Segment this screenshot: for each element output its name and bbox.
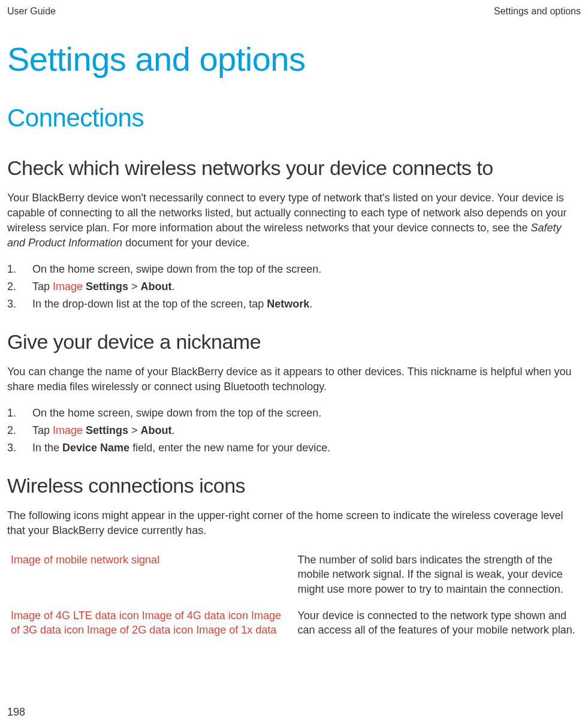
step-bold: Settings bbox=[86, 280, 128, 292]
settings-icon: Image bbox=[53, 280, 83, 292]
para-text-a: Your BlackBerry device won't necessarily… bbox=[7, 192, 567, 234]
page-header: User Guide Settings and options bbox=[7, 6, 581, 17]
step-item: 1. On the home screen, swipe down from t… bbox=[7, 261, 581, 277]
table-row: Image of mobile network signal The numbe… bbox=[7, 549, 581, 605]
step-item: 3. In the drop-down list at the top of t… bbox=[7, 296, 581, 312]
step-end: . bbox=[309, 298, 312, 310]
subsection-nickname-heading: Give your device a nickname bbox=[7, 329, 581, 355]
step-item: 1. On the home screen, swipe down from t… bbox=[7, 405, 581, 421]
step-number: 2. bbox=[7, 423, 32, 439]
check-networks-paragraph: Your BlackBerry device won't necessarily… bbox=[7, 191, 581, 251]
step-bold: Network bbox=[267, 298, 309, 310]
nickname-paragraph: You can change the name of your BlackBer… bbox=[7, 364, 581, 394]
step-number: 3. bbox=[7, 440, 32, 456]
page-number: 198 bbox=[7, 706, 25, 719]
step-pre: In the bbox=[32, 442, 62, 454]
page-title: Settings and options bbox=[7, 40, 581, 79]
step-text: In the drop-down list at the top of the … bbox=[32, 296, 312, 312]
table-cell-desc: Your device is connected to the network … bbox=[294, 605, 581, 646]
check-networks-steps: 1. On the home screen, swipe down from t… bbox=[7, 261, 581, 312]
header-left: User Guide bbox=[7, 6, 56, 17]
step-end: . bbox=[172, 280, 175, 292]
step-end: . bbox=[172, 424, 175, 436]
header-right: Settings and options bbox=[494, 6, 581, 17]
step-mid: > bbox=[128, 424, 141, 436]
section-connections-heading: Connections bbox=[7, 104, 581, 132]
wireless-icons-paragraph: The following icons might appear in the … bbox=[7, 508, 581, 538]
step-item: 3. In the Device Name field, enter the n… bbox=[7, 440, 581, 456]
step-text: In the Device Name field, enter the new … bbox=[32, 440, 330, 456]
step-pre: In the drop-down list at the top of the … bbox=[32, 298, 267, 310]
step-bold: Device Name bbox=[62, 442, 129, 454]
subsection-wireless-icons-heading: Wireless connections icons bbox=[7, 473, 581, 499]
para-text-b: document for your device. bbox=[122, 237, 249, 249]
step-bold: About bbox=[141, 280, 172, 292]
nickname-steps: 1. On the home screen, swipe down from t… bbox=[7, 405, 581, 456]
step-pre: Tap bbox=[32, 424, 53, 436]
step-item: 2. Tap Image Settings > About. bbox=[7, 423, 581, 439]
step-bold: About bbox=[141, 424, 172, 436]
step-number: 1. bbox=[7, 405, 32, 421]
step-text: Tap Image Settings > About. bbox=[32, 423, 175, 439]
step-item: 2. Tap Image Settings > About. bbox=[7, 279, 581, 295]
step-pre: Tap bbox=[32, 280, 53, 292]
step-text: On the home screen, swipe down from the … bbox=[32, 405, 321, 421]
table-row: Image of 4G LTE data icon Image of 4G da… bbox=[7, 605, 581, 646]
step-text: On the home screen, swipe down from the … bbox=[32, 261, 321, 277]
subsection-check-networks-heading: Check which wireless networks your devic… bbox=[7, 155, 581, 181]
table-cell-icon: Image of mobile network signal bbox=[7, 549, 294, 605]
step-number: 2. bbox=[7, 279, 32, 295]
table-cell-icon: Image of 4G LTE data icon Image of 4G da… bbox=[7, 605, 294, 646]
step-number: 1. bbox=[7, 261, 32, 277]
settings-icon: Image bbox=[53, 424, 83, 436]
step-post: field, enter the new name for your devic… bbox=[129, 442, 330, 454]
step-mid: > bbox=[128, 280, 141, 292]
table-cell-desc: The number of solid bars indicates the s… bbox=[294, 549, 581, 605]
step-number: 3. bbox=[7, 296, 32, 312]
wireless-icons-table: Image of mobile network signal The numbe… bbox=[7, 549, 581, 645]
step-bold: Settings bbox=[86, 424, 128, 436]
step-text: Tap Image Settings > About. bbox=[32, 279, 175, 295]
